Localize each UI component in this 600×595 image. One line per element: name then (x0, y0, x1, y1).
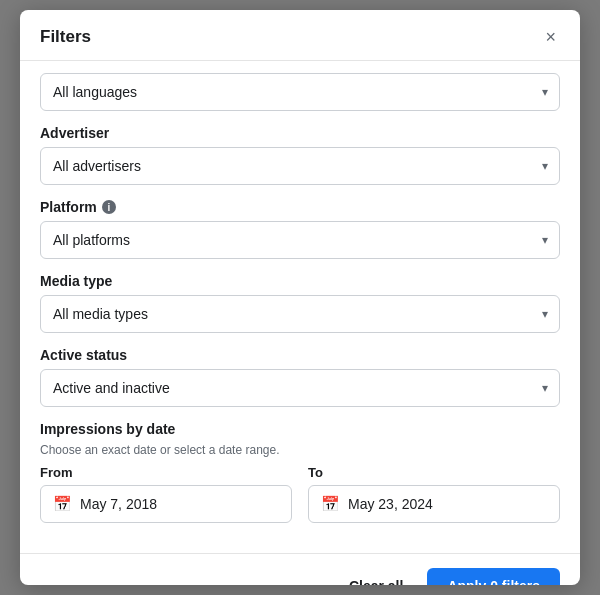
modal-overlay: Filters × All languages ▾ Advertiser (0, 0, 600, 595)
advertiser-select[interactable]: All advertisers (40, 147, 560, 185)
advertiser-section: Advertiser All advertisers ▾ (40, 125, 560, 185)
modal-header: Filters × (20, 10, 580, 61)
clear-all-button[interactable]: Clear all (337, 570, 415, 585)
to-date-col: To 📅 May 23, 2024 (308, 465, 560, 523)
advertiser-select-wrapper: All advertisers ▾ (40, 147, 560, 185)
advertiser-label: Advertiser (40, 125, 560, 141)
media-type-label: Media type (40, 273, 560, 289)
media-type-select[interactable]: All media types (40, 295, 560, 333)
active-status-label: Active status (40, 347, 560, 363)
filters-modal: Filters × All languages ▾ Advertiser (20, 10, 580, 585)
active-status-section: Active status Active and inactive ▾ (40, 347, 560, 407)
from-date-col: From 📅 May 7, 2018 (40, 465, 292, 523)
impressions-label: Impressions by date (40, 421, 560, 437)
active-status-select-wrapper: Active and inactive ▾ (40, 369, 560, 407)
media-type-select-wrapper: All media types ▾ (40, 295, 560, 333)
platform-section: Platform i All platforms ▾ (40, 199, 560, 259)
media-type-section: Media type All media types ▾ (40, 273, 560, 333)
language-select-wrapper: All languages ▾ (40, 73, 560, 111)
to-date-input[interactable]: 📅 May 23, 2024 (308, 485, 560, 523)
modal-footer: Clear all Apply 0 filters (20, 553, 580, 585)
to-label: To (308, 465, 560, 480)
date-row: From 📅 May 7, 2018 To 📅 May 23, 2024 (40, 465, 560, 523)
impressions-section: Impressions by date Choose an exact date… (40, 421, 560, 523)
language-select[interactable]: All languages (40, 73, 560, 111)
to-calendar-icon: 📅 (321, 495, 340, 513)
from-date-value: May 7, 2018 (80, 496, 157, 512)
language-section: All languages ▾ (40, 73, 560, 111)
platform-info-icon: i (102, 200, 116, 214)
active-status-select[interactable]: Active and inactive (40, 369, 560, 407)
modal-body: All languages ▾ Advertiser All advertise… (20, 61, 580, 553)
apply-filters-button[interactable]: Apply 0 filters (427, 568, 560, 585)
impressions-subtitle: Choose an exact date or select a date ra… (40, 443, 560, 457)
platform-select-wrapper: All platforms ▾ (40, 221, 560, 259)
platform-label: Platform i (40, 199, 560, 215)
platform-select[interactable]: All platforms (40, 221, 560, 259)
from-date-input[interactable]: 📅 May 7, 2018 (40, 485, 292, 523)
from-label: From (40, 465, 292, 480)
modal-title: Filters (40, 27, 91, 47)
close-button[interactable]: × (541, 26, 560, 48)
to-date-value: May 23, 2024 (348, 496, 433, 512)
from-calendar-icon: 📅 (53, 495, 72, 513)
